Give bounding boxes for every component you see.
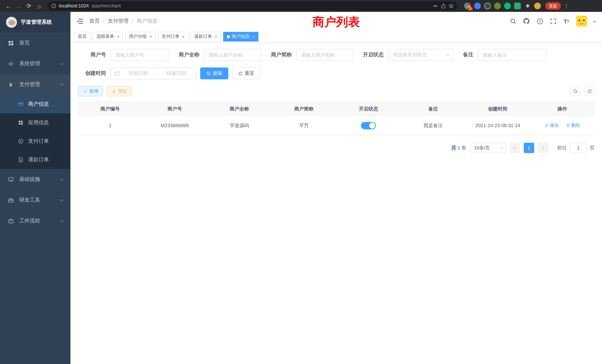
merchant-name-label: 商户全称: [179, 52, 199, 58]
sidebar-item-label: 支付管理: [19, 81, 40, 88]
export-button[interactable]: 导出: [107, 86, 132, 96]
back-icon[interactable]: ←: [4, 1, 13, 10]
home-icon[interactable]: ⌂: [35, 1, 44, 10]
extension-icon[interactable]: [474, 3, 481, 9]
reload-icon[interactable]: ⟳: [24, 1, 33, 10]
sidebar: 芋道管理系统 首页 系统管理 ¥ 支付管理: [0, 12, 70, 364]
prev-page-button[interactable]: [510, 143, 520, 153]
pagination-goto: 前往 页: [557, 143, 595, 153]
tab-process-form[interactable]: 流程表单 ×: [93, 32, 123, 41]
font-size-icon[interactable]: TT: [563, 17, 570, 25]
extension-icon[interactable]: 10: [464, 3, 471, 9]
col-merchant-name: 商户全称: [207, 102, 272, 116]
add-button[interactable]: ＋ 新增: [78, 86, 103, 96]
extension-icon[interactable]: [504, 3, 511, 9]
tab-user-group[interactable]: 用户分组 ×: [125, 32, 156, 41]
create-time-range-picker[interactable]: 开始日期 - 结束日期: [110, 67, 196, 79]
col-merchant-short: 商户简称: [272, 102, 336, 116]
extension-icon[interactable]: [494, 3, 501, 9]
chevron-down-icon: [60, 177, 64, 181]
sidebar-item-system[interactable]: 系统管理: [0, 53, 70, 74]
password-key-icon[interactable]: [433, 3, 438, 9]
breadcrumb-home[interactable]: 首页: [89, 18, 100, 24]
sidebar-item-payment[interactable]: ¥ 支付管理: [0, 74, 70, 95]
help-icon[interactable]: ?: [536, 17, 543, 25]
tab-pay-order[interactable]: 支付订单 ×: [158, 32, 188, 41]
delete-link[interactable]: 删除: [566, 122, 580, 129]
edit-link[interactable]: 修改: [545, 122, 559, 129]
puzzle-extensions-icon[interactable]: [524, 3, 531, 9]
cell-remark: 我是备注: [401, 116, 466, 135]
screen: ← → ⟳ ⌂ localhost:1024/pay/merchant 10: [0, 0, 602, 364]
share-icon[interactable]: [441, 3, 446, 9]
sidebar-item-merchant-info[interactable]: 商户信息: [0, 95, 70, 113]
sidebar-item-infrastructure[interactable]: 基础设施: [0, 169, 70, 190]
merchant-short-label: 商户简称: [271, 52, 292, 58]
plus-icon: ＋: [83, 88, 87, 95]
breadcrumb-payment[interactable]: 支付管理: [108, 18, 129, 24]
close-icon[interactable]: ×: [117, 34, 119, 39]
tab-merchant-info[interactable]: 商户信息 ×: [223, 32, 258, 41]
document-icon: [18, 157, 24, 162]
app-title: 芋道管理系统: [21, 19, 52, 26]
browser-menu-icon[interactable]: ⋮: [564, 3, 569, 9]
user-avatar[interactable]: [576, 16, 587, 27]
search-icon[interactable]: [509, 17, 517, 25]
next-page-button[interactable]: [538, 143, 548, 153]
sidebar-item-pay-order[interactable]: ¥ 支付订单: [0, 132, 70, 150]
search-button[interactable]: 搜索: [200, 67, 228, 79]
payment-submenu: 商户信息 应用信息 ¥ 支付订单: [0, 95, 70, 169]
sidebar-item-workflow[interactable]: 工作流程: [0, 211, 70, 231]
browser-update-button[interactable]: 更新: [545, 2, 561, 10]
address-bar[interactable]: localhost:1024/pay/merchant: [47, 1, 457, 10]
merchant-no-label: 商户号: [78, 52, 106, 58]
tab-refund-order[interactable]: 退款订单 ×: [191, 32, 221, 41]
fullscreen-icon[interactable]: [549, 17, 557, 25]
filter-row-2: 创建时间 开始日期 - 结束日期 搜索: [78, 67, 595, 79]
forward-icon[interactable]: →: [14, 1, 23, 10]
reset-button[interactable]: 重置: [232, 67, 260, 79]
card-icon: [18, 102, 24, 107]
site-info-icon[interactable]: [51, 3, 56, 9]
chevron-down-icon: [60, 198, 64, 202]
sidebar-item-dev-tools[interactable]: 研发工具: [0, 190, 70, 211]
svg-text:¥: ¥: [20, 140, 22, 143]
tab-home[interactable]: 首页: [74, 32, 90, 41]
app-logo[interactable]: 芋道管理系统: [0, 12, 70, 33]
profile-avatar-icon[interactable]: [534, 3, 541, 9]
github-icon[interactable]: [523, 17, 530, 25]
chevron-right-icon: [541, 146, 544, 150]
close-icon[interactable]: ×: [149, 34, 152, 39]
toggle-search-button[interactable]: [570, 86, 580, 96]
merchant-no-input[interactable]: [110, 49, 169, 61]
remark-input[interactable]: [478, 49, 547, 61]
goto-page-input[interactable]: [570, 143, 587, 153]
user-menu-caret-icon[interactable]: [593, 21, 596, 24]
refresh-button[interactable]: [584, 86, 595, 96]
table-row: 1 M233666999 芋道源码 芋艿 我是备注 2021-10-23 08:…: [78, 116, 595, 135]
hamburger-icon[interactable]: [76, 18, 83, 24]
status-select[interactable]: 请选择开启状态: [388, 49, 453, 61]
start-date-placeholder: 开始日期: [123, 70, 153, 77]
page-size-select[interactable]: 10条/页: [470, 143, 506, 153]
status-toggle[interactable]: [361, 122, 376, 129]
col-actions: 操作: [530, 102, 595, 116]
page-number-1[interactable]: 1: [524, 143, 534, 153]
close-icon[interactable]: ×: [182, 34, 185, 39]
chevron-down-icon: [446, 53, 450, 56]
close-icon[interactable]: ×: [215, 34, 217, 39]
close-icon[interactable]: ×: [252, 34, 255, 39]
calendar-icon: [115, 71, 120, 76]
sidebar-item-refund-order[interactable]: 退款订单: [0, 150, 70, 169]
merchant-name-input[interactable]: [204, 49, 261, 61]
sidebar-item-app-info[interactable]: 应用信息: [0, 113, 70, 132]
extension-icon[interactable]: [484, 3, 491, 9]
sidebar-item-home[interactable]: 首页: [0, 33, 70, 53]
refresh-icon: [587, 89, 592, 94]
yen-icon: ¥: [7, 81, 14, 88]
merchant-short-input[interactable]: [296, 49, 353, 61]
search-icon: [573, 89, 578, 94]
extension-icon[interactable]: [514, 3, 521, 9]
bookmark-star-icon[interactable]: [449, 3, 454, 9]
filter-row-1: 商户号 商户全称 商户简称 开启状态 请选择开启状态: [78, 49, 595, 61]
